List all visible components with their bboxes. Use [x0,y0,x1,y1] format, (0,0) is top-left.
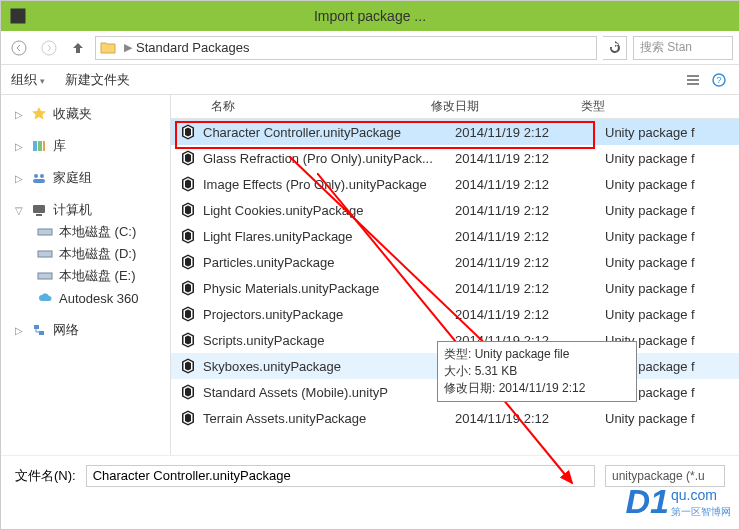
tooltip-line: 修改日期: 2014/11/19 2:12 [444,380,630,397]
file-type: Unity package f [605,151,739,166]
back-button[interactable] [7,36,31,60]
sidebar-drive-e[interactable]: 本地磁盘 (E:) [1,265,170,287]
file-row[interactable]: Projectors.unityPackage2014/11/19 2:12Un… [171,301,739,327]
file-name: Terrain Assets.unityPackage [203,411,455,426]
file-row[interactable]: Terrain Assets.unityPackage2014/11/19 2:… [171,405,739,431]
forward-button[interactable] [37,36,61,60]
svg-rect-9 [38,141,42,151]
unity-package-icon [179,383,197,401]
file-date: 2014/11/19 2:12 [455,307,605,322]
watermark-cn: 第一区智博网 [671,505,731,519]
sidebar-autodesk360[interactable]: Autodesk 360 [1,287,170,309]
svg-rect-17 [38,251,52,257]
svg-rect-5 [687,83,699,85]
unity-package-icon [179,253,197,271]
file-name: Glass Refraction (Pro Only).unityPack... [203,151,455,166]
drive-label: 本地磁盘 (D:) [59,245,136,263]
libraries-icon [31,138,47,154]
breadcrumb[interactable]: ▶ Standard Packages [95,36,597,60]
file-type: Unity package f [605,411,739,426]
sidebar-drive-c[interactable]: 本地磁盘 (C:) [1,221,170,243]
svg-rect-18 [38,273,52,279]
sidebar-network[interactable]: ▷ 网络 [1,319,170,341]
sidebar-label: 收藏夹 [53,105,92,123]
file-date: 2014/11/19 2:12 [455,411,605,426]
drive-icon [37,246,53,262]
file-name: Image Effects (Pro Only).unityPackage [203,177,455,192]
homegroup-icon [31,170,47,186]
refresh-button[interactable] [603,36,627,60]
file-row[interactable]: Light Flares.unityPackage2014/11/19 2:12… [171,223,739,249]
sidebar-label: 家庭组 [53,169,92,187]
file-type: Unity package f [605,307,739,322]
navbar: ▶ Standard Packages 搜索 Stan [1,31,739,65]
svg-rect-13 [33,179,45,183]
sidebar-favorites[interactable]: ▷ 收藏夹 [1,103,170,125]
file-row[interactable]: Particles.unityPackage2014/11/19 2:12Uni… [171,249,739,275]
organize-menu[interactable]: 组织 [11,71,45,89]
svg-text:?: ? [716,75,721,85]
file-name: Light Flares.unityPackage [203,229,455,244]
file-type: Unity package f [605,203,739,218]
file-date: 2014/11/19 2:12 [455,125,605,140]
file-row[interactable]: Character Controller.unityPackage2014/11… [171,119,739,145]
file-row[interactable]: Physic Materials.unityPackage2014/11/19 … [171,275,739,301]
file-name: Skyboxes.unityPackage [203,359,455,374]
search-input[interactable]: 搜索 Stan [633,36,733,60]
unity-package-icon [179,175,197,193]
file-name: Scripts.unityPackage [203,333,455,348]
file-date: 2014/11/19 2:12 [455,177,605,192]
tooltip-line: 类型: Unity package file [444,346,630,363]
svg-point-11 [34,174,38,178]
filename-input[interactable] [86,465,595,487]
search-placeholder: 搜索 Stan [640,39,692,56]
titlebar: Import package ... [1,1,739,31]
app-icon [9,7,27,25]
new-folder-button[interactable]: 新建文件夹 [65,71,130,89]
sidebar: ▷ 收藏夹 ▷ 库 ▷ 家庭组 [1,95,171,455]
unity-package-icon [179,279,197,297]
drive-label: 本地磁盘 (C:) [59,223,136,241]
chevron-icon: ▷ [15,109,25,120]
drive-label: Autodesk 360 [59,291,139,306]
tooltip: 类型: Unity package file 大小: 5.31 KB 修改日期:… [437,341,637,402]
col-date[interactable]: 修改日期 [431,98,581,115]
sidebar-drive-d[interactable]: 本地磁盘 (D:) [1,243,170,265]
chevron-icon: ▷ [15,325,25,336]
help-icon[interactable]: ? [709,72,729,88]
unity-package-icon [179,201,197,219]
filter-text: unitypackage (*.u [612,469,705,483]
svg-point-1 [12,41,26,55]
unity-package-icon [179,149,197,167]
sidebar-homegroup[interactable]: ▷ 家庭组 [1,167,170,189]
svg-rect-15 [36,214,42,216]
file-type: Unity package f [605,177,739,192]
breadcrumb-item[interactable]: Standard Packages [136,40,249,55]
sidebar-computer[interactable]: ▽ 计算机 [1,199,170,221]
drive-icon [37,268,53,284]
file-row[interactable]: Light Cookies.unityPackage2014/11/19 2:1… [171,197,739,223]
tooltip-line: 大小: 5.31 KB [444,363,630,380]
col-name[interactable]: 名称 [171,98,431,115]
file-date: 2014/11/19 2:12 [455,281,605,296]
file-name: Physic Materials.unityPackage [203,281,455,296]
svg-rect-14 [33,205,45,213]
svg-rect-4 [687,79,699,81]
up-button[interactable] [67,37,89,59]
sidebar-libraries[interactable]: ▷ 库 [1,135,170,157]
file-row[interactable]: Image Effects (Pro Only).unityPackage201… [171,171,739,197]
file-date: 2014/11/19 2:12 [455,229,605,244]
view-options-icon[interactable] [683,72,703,88]
column-headers[interactable]: 名称 修改日期 类型 [171,95,739,119]
svg-point-2 [42,41,56,55]
chevron-icon: ▷ [15,173,25,184]
filetype-filter[interactable]: unitypackage (*.u [605,465,725,487]
file-name: Projectors.unityPackage [203,307,455,322]
drive-label: 本地磁盘 (E:) [59,267,136,285]
unity-package-icon [179,227,197,245]
col-type[interactable]: 类型 [581,98,739,115]
toolbar: 组织 新建文件夹 ? [1,65,739,95]
file-row[interactable]: Glass Refraction (Pro Only).unityPack...… [171,145,739,171]
svg-rect-10 [43,141,45,151]
svg-rect-3 [687,75,699,77]
